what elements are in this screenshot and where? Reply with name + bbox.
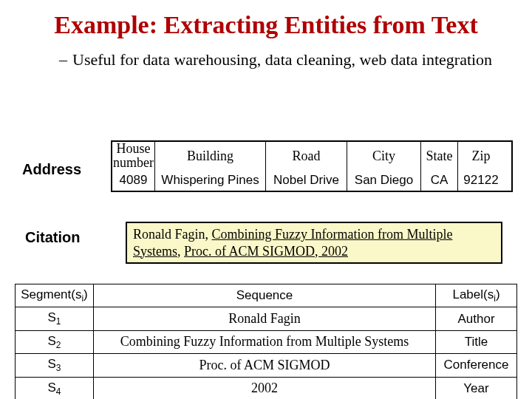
- address-header-building: Building: [155, 142, 266, 170]
- address-label: Address: [22, 161, 81, 178]
- segment-id-sub: 4: [56, 386, 61, 397]
- segment-label: Author: [436, 307, 517, 330]
- segments-header-label: Label(si): [436, 284, 517, 307]
- address-header-state: State: [421, 142, 458, 170]
- address-header-house-number: House number: [112, 142, 155, 170]
- segment-id-sub: 2: [56, 340, 61, 350]
- segment-id-prefix: S: [48, 381, 56, 395]
- address-value-zip: 92122: [458, 170, 504, 191]
- bullet-dash: –: [59, 50, 72, 70]
- address-value-house-number: 4089: [112, 170, 155, 191]
- citation-sep2: ,: [177, 244, 184, 259]
- segment-id-prefix: S: [48, 357, 56, 371]
- segment-id-prefix: S: [48, 310, 56, 324]
- segment-id-prefix: S: [48, 334, 56, 348]
- segment-sequence: Ronald Fagin: [94, 307, 436, 330]
- address-header-city: City: [347, 142, 421, 170]
- segment-label: Conference: [436, 354, 517, 377]
- seg-hdr-prefix: Segment(s: [21, 287, 81, 301]
- segments-table: Segment(si) Sequence Label(si) S1 Ronald…: [15, 284, 517, 399]
- bullet-text: Useful for data warehousing, data cleani…: [72, 50, 492, 69]
- lbl-hdr-suffix: ): [496, 287, 500, 301]
- segment-id: S3: [16, 354, 94, 377]
- segment-sequence: Proc. of ACM SIGMOD: [94, 354, 436, 377]
- table-row: S3 Proc. of ACM SIGMOD Conference: [16, 354, 517, 377]
- segment-label: Title: [436, 330, 517, 353]
- segment-id: S4: [16, 377, 94, 399]
- citation-label: Citation: [25, 229, 80, 246]
- bullet-line: –Useful for data warehousing, data clean…: [59, 50, 510, 70]
- address-header-row: House number Building Road City State Zi…: [112, 142, 511, 170]
- address-value-building: Whispering Pines: [155, 170, 266, 191]
- segment-sequence: Combining Fuzzy Information from Multipl…: [94, 330, 436, 353]
- citation-box: Ronald Fagin, Combining Fuzzy Informatio…: [126, 222, 502, 264]
- address-value-state: CA: [421, 170, 458, 191]
- citation-venue: Proc. of ACM SIGMOD, 2002: [184, 244, 348, 259]
- slide-title: Example: Extracting Entities from Text: [22, 10, 510, 39]
- segment-label: Year: [436, 377, 517, 399]
- segment-id: S1: [16, 307, 94, 330]
- segments-header-sequence: Sequence: [94, 284, 436, 307]
- slide: Example: Extracting Entities from Text –…: [0, 0, 532, 399]
- table-row: S2 Combining Fuzzy Information from Mult…: [16, 330, 517, 353]
- address-table: House number Building Road City State Zi…: [111, 140, 513, 192]
- segment-id: S2: [16, 330, 94, 353]
- citation-author: Ronald Fagin: [133, 227, 205, 242]
- segment-id-sub: 1: [56, 317, 61, 327]
- seg-hdr-suffix: ): [83, 287, 88, 301]
- segment-sequence: 2002: [94, 377, 436, 399]
- address-header-road: Road: [266, 142, 347, 170]
- address-value-row: 4089 Whispering Pines Nobel Drive San Di…: [112, 170, 511, 191]
- segment-id-sub: 3: [56, 364, 61, 374]
- segments-header-row: Segment(si) Sequence Label(si): [16, 284, 517, 307]
- segments-header-segment: Segment(si): [16, 284, 94, 307]
- table-row: S1 Ronald Fagin Author: [16, 307, 517, 330]
- lbl-hdr-prefix: Label(s: [452, 287, 494, 301]
- table-row: S4 2002 Year: [16, 377, 517, 399]
- citation-sep1: ,: [205, 227, 212, 242]
- address-header-zip: Zip: [458, 142, 504, 170]
- address-value-city: San Diego: [347, 170, 421, 191]
- address-value-road: Nobel Drive: [266, 170, 347, 191]
